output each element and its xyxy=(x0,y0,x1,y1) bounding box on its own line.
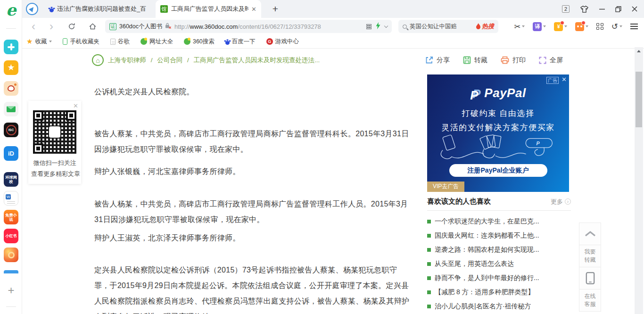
tab-active[interactable]: 馆 工商局广告监管人员因未及时发 ✕ xyxy=(156,0,261,18)
paypal-ad[interactable]: 广告 ✕ PP PayPal 打破约束 自由选择 灵活的支付解决方案方便买家 xyxy=(427,74,569,192)
tab-inactive[interactable]: 违法广告腐败渎职问题被查处_百 xyxy=(45,0,153,18)
sticky-page-header: ⌂ 上海专职律师 / 公司合同 / 工商局广告监管人员因未及时发现查处违法...… xyxy=(22,49,635,72)
weibo-icon[interactable] xyxy=(4,81,18,96)
bookmark-favorites[interactable]: ★收藏 xyxy=(26,37,52,46)
minimize-button[interactable] xyxy=(599,6,605,12)
hidden-app-icon[interactable] xyxy=(4,270,18,273)
bookmark-mobile-folder[interactable]: 手机收藏夹 xyxy=(63,38,99,46)
browser-360-logo-icon[interactable]: e xyxy=(4,3,18,17)
word-doc-icon[interactable]: W xyxy=(4,191,18,206)
url-text[interactable]: http://www.360doc.com/content/16/0627/12… xyxy=(174,23,363,30)
flame-icon xyxy=(476,23,481,30)
hot-search-button[interactable]: 热搜 xyxy=(476,22,494,31)
isc-app-icon[interactable]: ISC xyxy=(4,123,18,137)
list-item[interactable]: 治小儿心肌炎|名医名方·祖传秘方 xyxy=(427,299,571,314)
forward-button[interactable]: › xyxy=(45,18,58,35)
vip-remove-ads-button[interactable]: VIP去广告 xyxy=(427,182,464,192)
print-button[interactable]: 打印 xyxy=(500,56,526,65)
chevron-down-icon[interactable] xyxy=(384,24,388,27)
bookmark-google[interactable]: 谷歌 xyxy=(110,38,130,46)
cert-badge[interactable]: 证 xyxy=(109,23,116,30)
bookmark-baidu[interactable]: 百度一下 xyxy=(225,38,256,46)
qr-caption: 查看更多精彩文章 xyxy=(31,168,78,179)
breadcrumb-current[interactable]: 工商局广告监管人员因未及时发现查处违法... xyxy=(194,57,320,64)
online-service-button[interactable]: 在线 客服 xyxy=(579,289,601,312)
fullscreen-button[interactable]: 全屏 xyxy=(538,56,563,65)
related-articles: 喜欢该文的人也喜欢 更多› 一个求职迷茫的大学生，在星巴克... 国庆最火网红：… xyxy=(427,197,571,314)
bullet-icon xyxy=(427,290,431,294)
search-query[interactable]: 英国公知让中国赔 xyxy=(410,23,473,31)
ad-illustration: P xyxy=(434,134,562,164)
save-article-button[interactable]: 我要 转藏 xyxy=(579,245,601,267)
more-link[interactable]: 更多› xyxy=(551,198,571,206)
share-button[interactable]: 分享 xyxy=(425,56,450,65)
game-app-icon[interactable] xyxy=(4,248,18,262)
undo-button[interactable]: ↺ xyxy=(611,23,622,31)
save-to-library-button[interactable]: 转藏 xyxy=(462,56,487,65)
menu-icon xyxy=(630,24,638,25)
games-button[interactable] xyxy=(575,22,588,31)
xiaohongshu-icon[interactable]: 小红书 xyxy=(4,229,18,243)
tab-count-badge[interactable]: 2 xyxy=(562,5,570,13)
mail-icon[interactable] xyxy=(4,102,18,116)
tab-close-icon[interactable]: ✕ xyxy=(251,6,256,13)
health-app-icon[interactable] xyxy=(4,40,18,54)
reload-button[interactable] xyxy=(66,18,78,35)
baidu-paw-icon xyxy=(225,41,230,45)
close-icon[interactable]: ✕ xyxy=(31,103,78,109)
list-item[interactable]: 国庆最火网红：连亲妈都看不上他... xyxy=(427,229,571,243)
caret-icon xyxy=(49,41,52,42)
wallet-button[interactable]: ¥ xyxy=(554,22,567,31)
list-item[interactable]: 一个求职迷茫的大学生，在星巴克... xyxy=(427,215,571,229)
huanqiu-wangxiao-icon[interactable]: 环球网校 xyxy=(4,172,18,187)
search-icon xyxy=(403,25,407,29)
ad-headline: 打破约束 自由选择 xyxy=(427,108,569,119)
apps-grid-button[interactable] xyxy=(596,23,603,30)
tab-bar: 违法广告腐败渎职问题被查处_百 馆 工商局广告监管人员因未及时发 ✕ + 2 xyxy=(22,0,644,18)
new-tab-button[interactable]: + xyxy=(270,3,281,15)
home-circle-icon[interactable]: ⌂ xyxy=(92,54,104,66)
home-button[interactable] xyxy=(86,18,99,35)
bookmark-sites[interactable]: 网址大全 xyxy=(140,38,173,46)
qr-code xyxy=(33,110,76,154)
scissors-clip-button[interactable]: ✂ xyxy=(514,22,525,31)
restore-button[interactable] xyxy=(615,6,621,12)
bookmark-360-search[interactable]: 360搜索 xyxy=(184,38,215,46)
back-button[interactable]: ‹ xyxy=(27,18,40,35)
qr-scan-icon[interactable] xyxy=(366,24,372,29)
close-button[interactable] xyxy=(632,6,637,12)
browser-window: e ★ ISC iD 环球网校 W 免费小说 小红书 + 违法广告腐败渎职问题被… xyxy=(0,0,644,314)
list-item[interactable]: 从头至尾，用英语怎么表达 xyxy=(427,257,571,271)
bookmark-game-center[interactable]: G游戏中心 xyxy=(266,38,299,46)
url-field[interactable]: 证 360doc个人图书 http://www.360doc.com/conte… xyxy=(105,20,392,33)
scrollbar-thumb[interactable] xyxy=(636,72,642,127)
insecure-lock-icon[interactable] xyxy=(165,22,172,31)
breadcrumb-link[interactable]: 上海专职律师 xyxy=(108,57,146,64)
menu-button[interactable] xyxy=(630,24,638,29)
mobile-view-button[interactable] xyxy=(579,267,601,289)
favorites-star-icon[interactable]: ★ xyxy=(4,60,18,75)
back-to-top-button[interactable] xyxy=(579,223,601,245)
translate-button[interactable]: 译 xyxy=(533,22,546,31)
skin-theme-icon[interactable] xyxy=(580,5,589,13)
ad-close-icon[interactable]: ✕ xyxy=(561,76,567,83)
compass-nav-icon[interactable] xyxy=(26,3,38,15)
scrollbar-track[interactable] xyxy=(635,47,643,314)
breadcrumb: ⌂ 上海专职律师 / 公司合同 / 工商局广告监管人员因未及时发现查处违法... xyxy=(92,54,320,66)
search-box[interactable]: 英国公知让中国赔 热搜 xyxy=(398,20,498,33)
scroll-up-arrow[interactable] xyxy=(637,50,641,52)
page-actions: 分享 转藏 打印 全屏 xyxy=(425,49,563,72)
article-paragraph: 定兴县人民检察院以定检公诉刑诉（2015）73号起诉书指控被告人蔡某、杨某犯玩忽… xyxy=(94,262,411,314)
list-item[interactable]: 【减肥 8 方：适用多种肥胖类型】 xyxy=(427,285,571,299)
id-app-icon[interactable]: iD xyxy=(4,146,18,161)
page-content: ⌂ 上海专职律师 / 公司合同 / 工商局广告监管人员因未及时发现查处违法...… xyxy=(22,49,635,314)
speed-bolt-icon[interactable] xyxy=(376,22,380,31)
list-item[interactable]: 静而不争，是人到中年最好的修行... xyxy=(427,271,571,285)
article-paragraph: 公诉机关定兴县人民检察院。 xyxy=(94,84,411,99)
add-app-button[interactable]: + xyxy=(4,283,18,297)
ad-cta-button[interactable]: 注册PayPal企业账户 xyxy=(449,164,547,177)
list-item[interactable]: 逆袭之路：韩国农村是如何实现现... xyxy=(427,243,571,257)
free-novel-icon[interactable]: 免费小说 xyxy=(4,210,18,224)
breadcrumb-link[interactable]: 公司合同 xyxy=(157,57,182,64)
window-controls: 2 xyxy=(562,0,644,18)
